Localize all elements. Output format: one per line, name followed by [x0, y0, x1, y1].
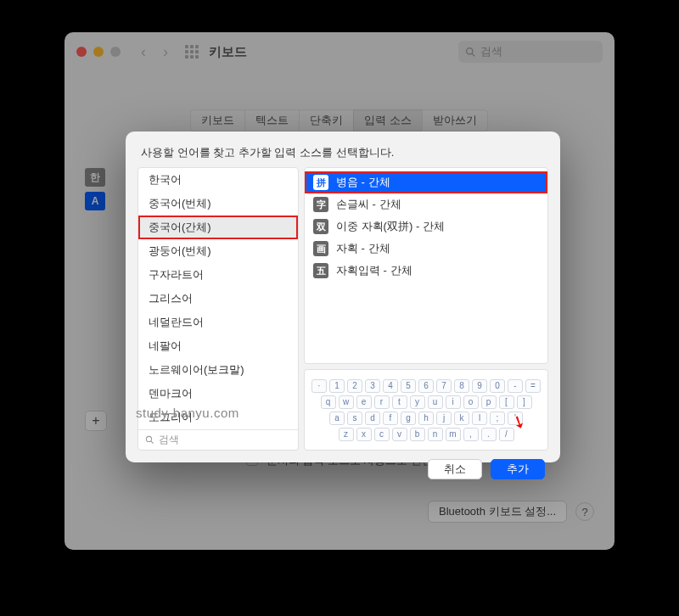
search-input[interactable]: 검색: [458, 41, 603, 63]
keyboard-key: h: [418, 412, 434, 425]
footer-actions: Bluetooth 키보드 설정... ?: [428, 501, 594, 523]
language-item[interactable]: 네덜란드어: [138, 311, 298, 334]
source-item[interactable]: 画 자획 - 간체: [305, 238, 547, 260]
source-item-label: 병음 - 간체: [336, 175, 390, 190]
source-item[interactable]: 双 이중 자획(双拼) - 간체: [305, 216, 547, 238]
svg-point-0: [467, 48, 473, 53]
keyboard-key: c: [374, 428, 390, 441]
keyboard-key: 7: [436, 379, 452, 393]
keyboard-key: g: [401, 412, 416, 425]
source-item[interactable]: 字 손글씨 - 간체: [305, 193, 547, 216]
tab-text[interactable]: 텍스트: [244, 109, 300, 132]
keyboard-key: a: [329, 412, 345, 425]
minimize-icon[interactable]: [93, 47, 104, 57]
keyboard-key: ·: [311, 379, 327, 393]
language-search-input[interactable]: 검색: [138, 429, 298, 450]
svg-line-3: [151, 441, 154, 444]
keyboard-key: 3: [365, 379, 380, 393]
keyboard-key: n: [428, 428, 443, 441]
sheet-buttons: 취소 추가: [137, 451, 548, 479]
language-item[interactable]: 광둥어(번체): [138, 239, 298, 263]
titlebar: ‹ › 키보드 검색: [65, 32, 614, 71]
keyboard-key: t: [392, 395, 407, 409]
keyboard-key: z: [339, 428, 354, 441]
source-item-label: 손글씨 - 간체: [336, 197, 401, 212]
language-item[interactable]: 네팔어: [138, 334, 298, 358]
source-item[interactable]: 五 자획입력 - 간체: [305, 260, 547, 282]
source-item-selected[interactable]: 拼 병음 - 간체: [305, 171, 547, 193]
source-badge-icon: 画: [313, 241, 328, 256]
tab-input-sources[interactable]: 입력 소스: [353, 109, 423, 132]
keyboard-key: [: [499, 395, 514, 409]
source-badge-icon: 五: [313, 263, 328, 278]
keyboard-key: j: [436, 412, 452, 425]
source-badge-icon: 字: [313, 197, 328, 212]
svg-line-1: [472, 53, 474, 56]
keyboard-key: r: [374, 395, 390, 409]
source-badge-icon: 拼: [313, 175, 328, 190]
search-icon: [145, 435, 154, 445]
search-icon: [465, 47, 476, 58]
keyboard-key: d: [365, 412, 380, 425]
source-badge-korean[interactable]: 한: [85, 168, 105, 187]
keyboard-key: x: [356, 428, 372, 441]
zoom-icon[interactable]: [110, 47, 121, 57]
keyboard-key: 1: [329, 379, 345, 393]
keyboard-key: 9: [472, 379, 487, 393]
source-badge-icon: 双: [313, 219, 328, 234]
keyboard-key: u: [428, 395, 443, 409]
source-item-label: 자획입력 - 간체: [336, 263, 412, 278]
keyboard-key: 8: [454, 379, 469, 393]
add-source-button[interactable]: +: [85, 411, 107, 431]
close-icon[interactable]: [76, 47, 87, 57]
keyboard-key: 4: [383, 379, 398, 393]
window-controls: [76, 47, 121, 57]
keyboard-key: ,: [463, 428, 479, 441]
source-item-label: 자획 - 간체: [336, 241, 390, 256]
keyboard-key: p: [481, 395, 497, 409]
sheet-title: 사용할 언어를 찾고 추가할 입력 소스를 선택합니다.: [141, 145, 545, 160]
language-item[interactable]: 한국어: [138, 168, 298, 192]
keyboard-key: 0: [490, 379, 505, 393]
keyboard-key: =: [525, 379, 541, 393]
language-item[interactable]: 덴마크어: [138, 382, 298, 406]
back-button[interactable]: ‹: [134, 42, 153, 61]
watermark: study-hanyu.com: [136, 406, 239, 420]
keyboard-key: w: [339, 395, 354, 409]
language-item[interactable]: 그리스어: [138, 287, 298, 311]
keyboard-key: k: [454, 412, 469, 425]
keyboard-key: y: [410, 395, 425, 409]
keyboard-key: 6: [418, 379, 434, 393]
source-badge-latin[interactable]: A: [85, 192, 105, 210]
cancel-button[interactable]: 취소: [428, 459, 482, 479]
keyboard-key: ;: [490, 412, 505, 425]
keyboard-key: m: [446, 428, 461, 441]
keyboard-key: q: [321, 395, 336, 409]
window-title: 키보드: [209, 44, 247, 60]
language-item[interactable]: 구자라트어: [138, 263, 298, 287]
tab-bar: 키보드 텍스트 단축키 입력 소스 받아쓰기: [65, 109, 614, 132]
keyboard-key: l: [472, 412, 487, 425]
add-button[interactable]: 추가: [491, 459, 545, 479]
keyboard-key: .: [481, 428, 497, 441]
bluetooth-settings-button[interactable]: Bluetooth 키보드 설정...: [428, 501, 567, 523]
keyboard-key: o: [463, 395, 479, 409]
language-item[interactable]: 노르웨이어(보크말): [138, 358, 298, 382]
forward-button[interactable]: ›: [156, 42, 175, 61]
keyboard-key: ]: [517, 395, 532, 409]
source-list[interactable]: 拼 병음 - 간체 字 손글씨 - 간체 双 이중 자획(双拼) - 간체 画 …: [304, 167, 548, 364]
language-list[interactable]: 한국어 중국어(번체) 중국어(간체) 광둥어(번체) 구자라트어 그리스어 네…: [138, 168, 298, 429]
tab-dictation[interactable]: 받아쓰기: [422, 109, 488, 132]
tab-shortcuts[interactable]: 단축키: [299, 109, 354, 132]
keyboard-preview: ·1234567890-= qwertyuiop[] asdfghjkl;' z…: [304, 369, 548, 451]
help-button[interactable]: ?: [575, 502, 594, 521]
keyboard-key: 5: [401, 379, 416, 393]
language-item-selected[interactable]: 중국어(간체): [138, 216, 298, 239]
keyboard-key: b: [410, 428, 425, 441]
input-source-sidebar: 한 A: [85, 168, 105, 210]
grid-icon[interactable]: [185, 45, 199, 59]
keyboard-key: v: [392, 428, 407, 441]
svg-point-2: [146, 436, 151, 441]
language-item[interactable]: 중국어(번체): [138, 192, 298, 216]
tab-keyboard[interactable]: 키보드: [190, 109, 245, 132]
